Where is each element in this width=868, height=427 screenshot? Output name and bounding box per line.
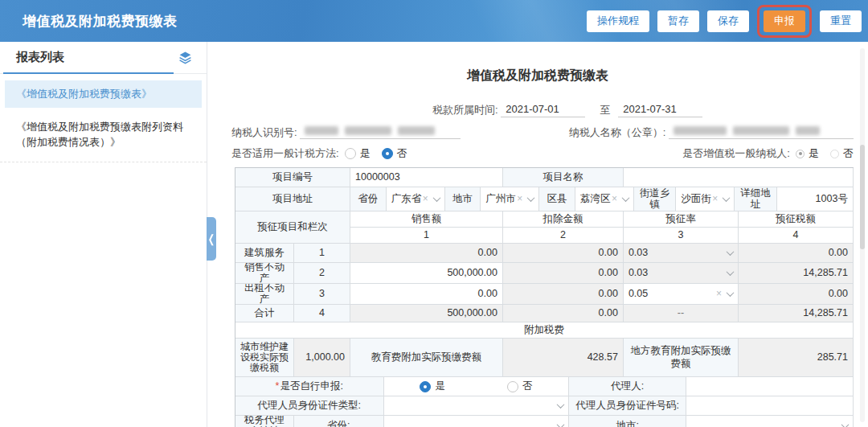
self-declare-no-radio[interactable]: [507, 381, 518, 392]
street-select[interactable]: 沙面街 ×: [676, 187, 735, 211]
agent-id-row: 代理人员身份证件类型: 代理人员身份证件号码:: [235, 396, 854, 416]
clear-icon[interactable]: ×: [712, 193, 718, 205]
tax-field: 0.00: [739, 244, 854, 263]
edu-surtax-value: 428.57: [503, 339, 624, 377]
agent-field[interactable]: [686, 377, 854, 396]
declare-button[interactable]: 申报: [764, 10, 805, 32]
general-method-row: 是否适用一般计税方法: 是 否: [231, 146, 419, 161]
district-value: 荔湾区: [580, 193, 611, 206]
rate-select[interactable]: 0.03: [624, 263, 739, 284]
sales-field[interactable]: 500,000.00: [350, 263, 503, 284]
sidebar-collapse-handle[interactable]: ❮: [207, 217, 216, 261]
agent-address-row: 税务代理人地址 省份: 地市:: [235, 416, 854, 427]
declare-highlight-annotation: 申报: [757, 5, 812, 38]
taxpayer-name-redacted-value[interactable]: [669, 126, 854, 139]
save-button[interactable]: 保存: [707, 10, 749, 32]
reset-button[interactable]: 重置: [820, 10, 862, 32]
layers-icon[interactable]: [178, 51, 192, 64]
taxpayer-id-row: 纳税人识别号:: [231, 125, 461, 140]
chevron-down-icon: [557, 400, 565, 409]
rate-value: 0.03: [628, 247, 648, 260]
col-tax-num: 4: [739, 228, 853, 243]
city-value: 广州市: [485, 193, 516, 206]
general-taxpayer-yes-radio[interactable]: [796, 150, 805, 158]
vertical-scrollbar-track[interactable]: [860, 48, 865, 422]
self-declare-label-text: 是否自行申报:: [280, 380, 342, 393]
agent-city-select[interactable]: [686, 416, 854, 427]
general-taxpayer-no-label: 否: [843, 146, 854, 161]
sales-total: 500,000.00: [350, 305, 503, 322]
project-no-label: 项目编号: [235, 168, 350, 187]
col-sales: 销售额 1: [350, 211, 503, 244]
clear-icon[interactable]: ×: [423, 193, 428, 205]
self-declare-radios: 是 否: [384, 377, 570, 396]
tax-period-label: 税款所属时间:: [432, 103, 498, 117]
project-address-label: 项目地址: [235, 187, 350, 211]
row-name: 合计: [235, 305, 294, 322]
col-rate-label: 预征率: [624, 211, 738, 228]
temp-save-button[interactable]: 暂存: [657, 10, 699, 32]
agent-province-select[interactable]: [384, 416, 570, 427]
general-taxpayer-no-radio[interactable]: [830, 150, 839, 158]
operation-guide-button[interactable]: 操作规程: [587, 10, 649, 32]
sidebar-header: 报表列表: [0, 42, 207, 74]
sales-field[interactable]: 0.00: [350, 284, 503, 305]
agent-id-no-field[interactable]: [686, 396, 854, 416]
city-select[interactable]: 广州市 ×: [481, 187, 539, 211]
rate-select[interactable]: 0.03: [624, 244, 739, 263]
street-value: 沙面街: [681, 193, 711, 206]
province-select[interactable]: 广东省 ×: [387, 187, 445, 211]
deduct-field[interactable]: 0.00: [503, 284, 624, 305]
period-start-field[interactable]: 2021-07-01: [501, 103, 585, 117]
col-sales-num: 1: [350, 228, 502, 243]
taxpayer-id-redacted-value[interactable]: [300, 126, 461, 139]
project-no-field[interactable]: 10000003: [350, 168, 503, 187]
detail-address-field[interactable]: 1003号: [777, 187, 854, 211]
tax-period-row: 税款所属时间: 2021-07-01 至 2021-07-31: [432, 103, 702, 117]
project-name-field[interactable]: [624, 168, 854, 187]
chevron-down-icon: [432, 194, 440, 202]
table-row: 出租不动产 3 0.00 0.00 0.05 × 0.00: [235, 284, 854, 305]
agent-id-type-select[interactable]: [384, 396, 570, 416]
redacted-block: [674, 126, 727, 135]
row-number: 3: [294, 284, 350, 305]
sales-field[interactable]: 0.00: [350, 244, 503, 263]
self-declare-yes-radio[interactable]: [420, 381, 431, 392]
deduct-field[interactable]: 0.00: [503, 244, 624, 263]
rate-value: 0.05: [628, 288, 648, 301]
general-method-yes-label: 是: [360, 146, 371, 161]
chevron-down-icon: [527, 194, 535, 202]
sidebar-item-vat-prepayment-form[interactable]: 《增值税及附加税费预缴表》: [5, 80, 202, 108]
province-label: 省份: [350, 187, 387, 211]
city-label: 地市: [445, 187, 481, 211]
rate-select[interactable]: 0.05 ×: [624, 284, 739, 305]
deduct-field[interactable]: 0.00: [503, 263, 624, 284]
chevron-down-icon: [723, 194, 731, 202]
city-tax-label: 城市维护建设税实际预缴税额: [235, 339, 294, 377]
agent-city-label: 地市:: [569, 416, 686, 427]
taxpayer-name-row: 纳税人名称（公章）:: [569, 125, 854, 140]
clear-icon[interactable]: ×: [517, 193, 522, 205]
row-number: 4: [294, 305, 350, 322]
app-header: 增值税及附加税费预缴表 操作规程 暂存 保存 申报 重置: [0, 0, 868, 42]
project-address-row: 项目地址 省份 广东省 × 地市 广州市 × 区县 荔湾区 × 街道乡镇: [235, 187, 854, 211]
clear-icon[interactable]: ×: [612, 193, 617, 205]
clear-icon[interactable]: ×: [716, 288, 722, 300]
period-end-field[interactable]: 2021-07-31: [618, 103, 702, 117]
local-edu-surtax-value: 285.71: [739, 339, 854, 377]
general-taxpayer-row: 是否增值税一般纳税人: 是 否: [682, 146, 854, 161]
province-value: 广东省: [391, 193, 422, 206]
self-declare-yes-label: 是: [435, 380, 445, 393]
surtax-values-row: 城市维护建设税实际预缴税额 1,000.00 教育费附加实际预缴费额 428.5…: [235, 339, 854, 377]
vertical-scrollbar-thumb[interactable]: [860, 145, 865, 249]
general-method-no-radio[interactable]: [382, 148, 393, 159]
table-header-row: 预征项目和栏次 销售额 1 扣除金额 2 预征率 3 预征税额 4: [235, 211, 854, 244]
detail-address-label: 详细地址: [735, 187, 776, 211]
chevron-left-icon: ❮: [208, 232, 215, 244]
district-select[interactable]: 荔湾区 ×: [575, 187, 634, 211]
period-to-label: 至: [600, 103, 610, 117]
sidebar-item-surtax-attachment[interactable]: 《增值税及附加税费预缴表附列资料（附加税费情况表）》: [0, 113, 207, 162]
row-number: 1: [294, 244, 350, 263]
general-method-yes-radio[interactable]: [345, 148, 356, 159]
table-total-row: 合计 4 500,000.00 0.00 -- 14,285.71: [235, 305, 854, 322]
